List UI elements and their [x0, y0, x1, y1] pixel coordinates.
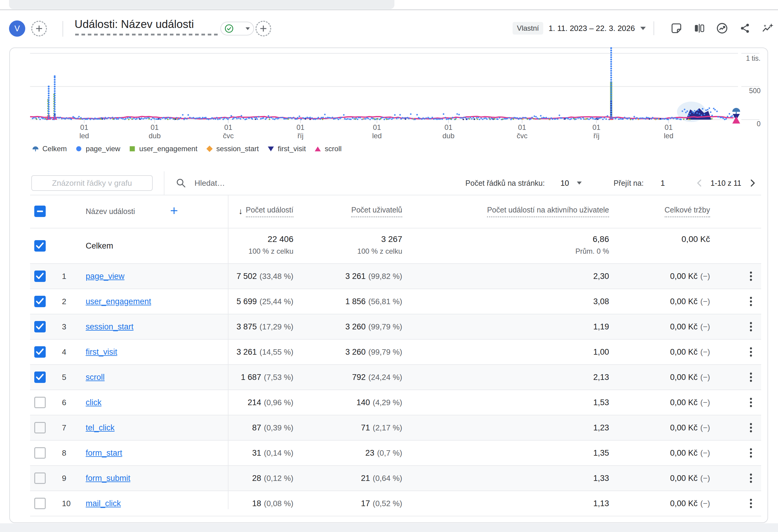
revenue-cell: 0,00 Kč(−): [670, 339, 710, 364]
row-checkbox[interactable]: [34, 422, 46, 434]
row-checkbox[interactable]: [34, 271, 46, 282]
event-name-link[interactable]: user_engagement: [86, 289, 151, 314]
add-dimension-button[interactable]: [169, 206, 179, 217]
plus-icon: [35, 24, 43, 33]
event-count-cell: 1 687(7,53 %): [241, 365, 293, 389]
user-count-cell: 792(24,24 %): [352, 365, 402, 389]
row-checkbox[interactable]: [34, 372, 46, 383]
events-per-user-cell: 1,35: [593, 441, 609, 465]
insights-button[interactable]: [714, 20, 730, 36]
search-input[interactable]: [194, 178, 303, 188]
legend-label: Celkem: [43, 145, 67, 153]
header-divider: [63, 21, 63, 37]
table-row: 10 mail_click 18(0,08 %) 17(0,52 %) 1,13…: [30, 491, 761, 516]
event-name-link[interactable]: form_start: [86, 441, 122, 465]
triangle-down-marker-icon: [267, 145, 275, 152]
user-count-cell: 17(0,52 %): [361, 491, 402, 516]
kebab-icon: [750, 397, 753, 408]
x-axis-label: 01led: [63, 123, 105, 140]
plot-rows-button[interactable]: Znázornit řádky v grafu: [31, 175, 153, 191]
row-menu-button[interactable]: [745, 498, 757, 509]
row-menu-button[interactable]: [745, 397, 757, 408]
table-column-divider: [228, 195, 228, 509]
row-checkbox[interactable]: [34, 296, 46, 307]
row-menu-button[interactable]: [745, 346, 757, 358]
totals-checkbox[interactable]: [34, 240, 46, 251]
plus-icon: [169, 206, 179, 216]
share-button[interactable]: [737, 20, 753, 36]
add-metric-button[interactable]: [255, 21, 271, 36]
event-name-link[interactable]: first_visit: [86, 339, 117, 364]
event-name-link[interactable]: mail_click: [86, 491, 121, 516]
row-menu-button[interactable]: [745, 296, 757, 307]
date-mode-chip[interactable]: Vlastní: [513, 22, 543, 34]
revenue-cell: 0,00 Kč(−): [670, 466, 710, 490]
check-circle-icon: [225, 24, 234, 33]
event-name-link[interactable]: page_view: [86, 264, 125, 289]
event-name-link[interactable]: click: [86, 390, 102, 415]
events-per-user-cell: 1,00: [593, 339, 609, 364]
notes-button[interactable]: [669, 20, 684, 36]
column-header-users[interactable]: Počet uživatelů: [351, 195, 402, 228]
add-comparison-button[interactable]: [31, 21, 47, 36]
event-count-cell: 28(0,12 %): [252, 466, 293, 490]
circle-marker-icon: [75, 145, 83, 152]
row-checkbox[interactable]: [34, 472, 46, 484]
check-icon: [34, 240, 46, 251]
page-title: Události: Název události: [75, 18, 194, 31]
row-number: 6: [62, 390, 66, 415]
column-header-total-revenue[interactable]: Celkové tržby: [665, 195, 710, 228]
revenue-cell: 0,00 Kč(−): [670, 441, 710, 465]
avatar[interactable]: V: [9, 20, 25, 37]
table-body: 1 page_view 7 502(33,48 %) 3 261(99,82 %…: [30, 264, 761, 516]
row-checkbox[interactable]: [34, 321, 46, 332]
events-per-user-cell: 1,13: [593, 491, 609, 516]
row-checkbox[interactable]: [34, 397, 46, 408]
legend-label: scroll: [325, 145, 341, 153]
totals-revenue: 0,00 Kč: [682, 234, 710, 244]
event-name-link[interactable]: session_start: [86, 314, 134, 339]
insights-icon: [716, 22, 728, 34]
legend-item-Celkem: Celkem: [31, 145, 67, 153]
events-per-user-cell: 1,33: [593, 466, 609, 490]
next-page-button[interactable]: [748, 178, 757, 187]
event-name-link[interactable]: scroll: [86, 365, 105, 389]
chevron-down-icon[interactable]: [640, 27, 646, 30]
legend-item-first_visit: first_visit: [267, 145, 306, 153]
y-axis-tick: 1 tis.: [746, 54, 761, 63]
column-header-event-count[interactable]: ↓ Počet událostí: [239, 195, 293, 228]
revenue-cell: 0,00 Kč(−): [670, 390, 710, 415]
select-all-checkbox[interactable]: [34, 206, 46, 217]
row-menu-button[interactable]: [745, 271, 757, 282]
go-to-page-input[interactable]: 1: [660, 178, 665, 188]
event-count-cell: 7 502(33,48 %): [237, 264, 293, 289]
previous-page-button[interactable]: [695, 178, 704, 187]
kebab-icon: [750, 271, 753, 282]
share-icon: [739, 22, 751, 34]
events-per-user-cell: 1,53: [593, 390, 609, 415]
events-per-user-cell: 1,19: [593, 314, 609, 339]
y-axis-tick: 500: [749, 87, 761, 95]
report-status-pill[interactable]: [220, 22, 254, 35]
column-header-events-per-user[interactable]: Počet událostí na aktivního uživatele: [487, 195, 609, 228]
event-name-link[interactable]: form_submit: [86, 466, 131, 490]
row-menu-button[interactable]: [745, 472, 757, 484]
row-checkbox[interactable]: [34, 498, 46, 509]
row-menu-button[interactable]: [745, 321, 757, 332]
event-name-link[interactable]: tel_click: [86, 415, 114, 440]
row-checkbox[interactable]: [34, 346, 46, 358]
rows-per-page-select[interactable]: 10: [560, 178, 569, 188]
trend-sparkle-icon: [762, 22, 774, 34]
row-number: 5: [62, 365, 66, 389]
date-range[interactable]: 1. 11. 2023 – 22. 3. 2026: [549, 24, 635, 33]
comparison-button[interactable]: [691, 20, 707, 36]
row-menu-button[interactable]: [745, 447, 757, 459]
legend-item-page_view: page_view: [75, 145, 120, 153]
chevron-down-icon[interactable]: [577, 181, 582, 184]
legend-label: user_engagement: [139, 145, 197, 153]
row-menu-button[interactable]: [745, 422, 757, 434]
trend-insights-button[interactable]: [760, 20, 776, 36]
row-checkbox[interactable]: [34, 447, 46, 459]
table-row: 9 form_submit 28(0,12 %) 21(0,64 %) 1,33…: [30, 466, 761, 491]
row-menu-button[interactable]: [745, 372, 757, 383]
